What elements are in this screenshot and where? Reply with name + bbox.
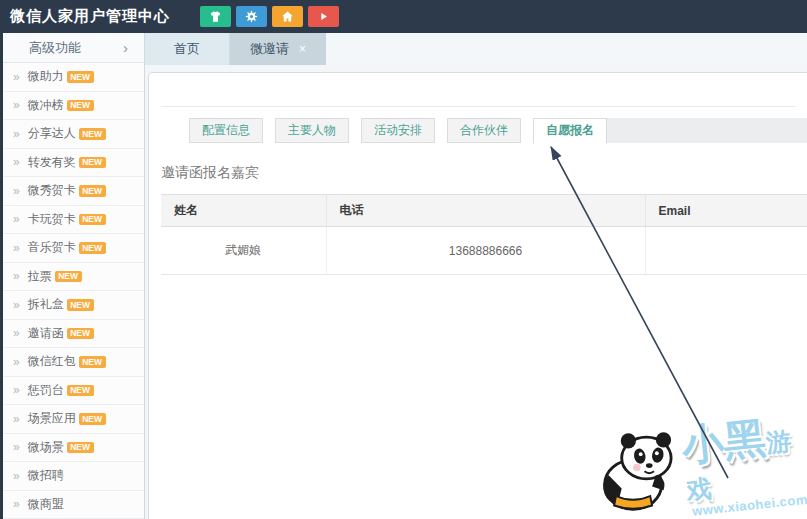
double-chevron-icon: » [13, 184, 20, 198]
new-badge: NEW [79, 128, 106, 140]
sidebar-item-chengfatai[interactable]: » 惩罚台 NEW [3, 377, 144, 406]
double-chevron-icon: » [13, 497, 20, 511]
play-icon [316, 9, 331, 24]
sidebar-item-label: 惩罚台 [28, 382, 64, 399]
new-badge: NEW [79, 242, 106, 254]
main-panel: 配置信息 主要人物 活动安排 合作伙伴 自愿报名 邀请函报名嘉宾 姓名 电话 E… [148, 72, 807, 519]
cell-email [645, 227, 807, 275]
tab-home-label: 首页 [174, 40, 200, 58]
new-badge: NEW [67, 71, 94, 83]
home-icon [280, 9, 295, 24]
sidebar-item-label: 音乐贺卡 [28, 239, 76, 256]
double-chevron-icon: » [13, 469, 20, 483]
new-badge: NEW [79, 214, 106, 226]
tab-voluntary-signup[interactable]: 自愿报名 [533, 118, 607, 144]
cell-name: 武媚娘 [161, 227, 326, 275]
panel-spacer [149, 73, 807, 106]
sidebar-header-label: 高级功能 [29, 39, 81, 57]
table-row[interactable]: 武媚娘 13688886666 [161, 227, 807, 275]
sidebar-item-weixiu-heka[interactable]: » 微秀贺卡 NEW [3, 177, 144, 206]
double-chevron-icon: » [13, 127, 20, 141]
new-badge: NEW [67, 328, 94, 340]
sidebar-item-label: 微信红包 [28, 353, 76, 370]
tab-config-info[interactable]: 配置信息 [189, 118, 263, 143]
guest-table: 姓名 电话 Email 武媚娘 13688886666 [161, 194, 807, 275]
sidebar-item-weixin-hongbao[interactable]: » 微信红包 NEW [3, 348, 144, 377]
tab-home[interactable]: 首页 [145, 33, 230, 65]
new-badge: NEW [67, 299, 94, 311]
new-badge: NEW [79, 185, 106, 197]
double-chevron-icon: » [13, 212, 20, 226]
sidebar-item-label: 微场景 [28, 439, 64, 456]
double-chevron-icon: » [13, 298, 20, 312]
new-badge: NEW [67, 100, 94, 112]
double-chevron-icon: » [13, 98, 20, 112]
gear-button[interactable] [236, 6, 267, 27]
col-header-name: 姓名 [161, 195, 326, 227]
double-chevron-icon: » [13, 412, 20, 426]
play-button[interactable] [308, 6, 339, 27]
tab-wei-yaoqing-label: 微邀请 [250, 40, 289, 58]
shirt-button[interactable] [200, 6, 231, 27]
sidebar-item-wei-changjing[interactable]: » 微场景 NEW [3, 434, 144, 463]
double-chevron-icon: » [13, 355, 20, 369]
tab-partners[interactable]: 合作伙伴 [447, 118, 521, 143]
sidebar-item-label: 微冲榜 [28, 97, 64, 114]
shirt-icon [208, 9, 223, 24]
sidebar-item-lapiao[interactable]: » 拉票 NEW [3, 263, 144, 292]
new-badge: NEW [67, 442, 94, 454]
sidebar-item-wei-zhuli[interactable]: » 微助力 NEW [3, 63, 144, 92]
double-chevron-icon: » [13, 155, 20, 169]
gear-icon [244, 9, 259, 24]
col-header-email: Email [645, 195, 807, 227]
sidebar-item-yaoqinghan[interactable]: » 邀请函 NEW [3, 320, 144, 349]
tab-wei-yaoqing[interactable]: 微邀请 × [230, 33, 326, 65]
sidebar-item-fenxiang-daren[interactable]: » 分享达人 NEW [3, 120, 144, 149]
sidebar-item-wei-zhaopin[interactable]: » 微招聘 [3, 462, 144, 491]
sidebar-item-wei-shangmeng[interactable]: » 微商盟 [3, 491, 144, 519]
app-title: 微信人家用户管理中心 [10, 7, 170, 26]
home-button[interactable] [272, 6, 303, 27]
double-chevron-icon: » [13, 440, 20, 454]
sidebar-item-kawan-heka[interactable]: » 卡玩贺卡 NEW [3, 206, 144, 235]
new-badge: NEW [67, 385, 94, 397]
sidebar-item-wei-chongbang[interactable]: » 微冲榜 NEW [3, 92, 144, 121]
sidebar-item-label: 拆礼盒 [28, 296, 64, 313]
section-title: 邀请函报名嘉宾 [161, 164, 796, 182]
double-chevron-icon: » [13, 70, 20, 84]
new-badge: NEW [55, 271, 82, 283]
cell-phone: 13688886666 [326, 227, 645, 275]
sidebar-item-yinyue-heka[interactable]: » 音乐贺卡 NEW [3, 234, 144, 263]
header-button-group [200, 6, 339, 27]
tab-strip-filler [607, 118, 807, 143]
inner-tab-strip: 配置信息 主要人物 活动安排 合作伙伴 自愿报名 [149, 118, 807, 143]
sidebar-item-changjing-yingyong[interactable]: » 场景应用 NEW [3, 405, 144, 434]
sidebar-item-label: 场景应用 [28, 410, 76, 427]
sidebar-item-label: 邀请函 [28, 325, 64, 342]
tab-main-people[interactable]: 主要人物 [275, 118, 349, 143]
sidebar-item-label: 微商盟 [28, 496, 64, 513]
close-icon[interactable]: × [299, 42, 306, 56]
panel-divider [161, 106, 796, 107]
double-chevron-icon: » [13, 383, 20, 397]
double-chevron-icon: » [13, 269, 20, 283]
table-header-row: 姓名 电话 Email [161, 195, 807, 227]
col-header-phone: 电话 [326, 195, 645, 227]
sidebar-item-chai-lihe[interactable]: » 拆礼盒 NEW [3, 291, 144, 320]
sidebar-item-label: 微助力 [28, 68, 64, 85]
top-header: 微信人家用户管理中心 [0, 0, 807, 33]
double-chevron-icon: » [13, 326, 20, 340]
new-badge: NEW [79, 413, 106, 425]
sidebar-item-label: 分享达人 [28, 125, 76, 142]
sidebar-item-label: 微秀贺卡 [28, 182, 76, 199]
sidebar-item-label: 转发有奖 [28, 154, 76, 171]
tab-activity-schedule[interactable]: 活动安排 [361, 118, 435, 143]
sidebar-item-zhuanfa-youjiang[interactable]: » 转发有奖 NEW [3, 149, 144, 178]
sidebar-header-advanced-features[interactable]: 高级功能 › [3, 33, 144, 63]
content-region: 首页 微邀请 × 配置信息 主要人物 活动安排 合作伙伴 自愿报名 邀请函报名嘉… [145, 33, 807, 519]
page-tab-bar: 首页 微邀请 × [145, 33, 807, 65]
new-badge: NEW [79, 356, 106, 368]
new-badge: NEW [79, 157, 106, 169]
double-chevron-icon: » [13, 241, 20, 255]
chevron-right-icon: › [123, 39, 128, 56]
